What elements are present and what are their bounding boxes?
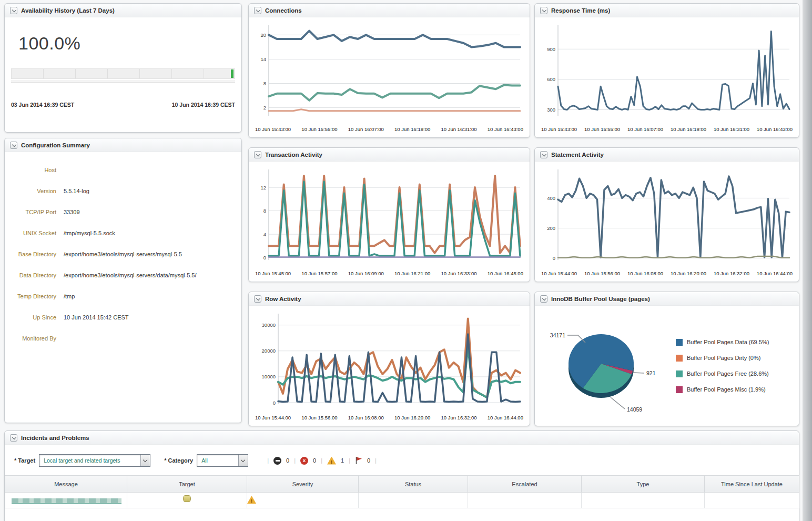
statement-activity-line-chart: 0200400	[540, 167, 794, 263]
collapse-chevron-icon[interactable]	[540, 7, 547, 14]
svg-text:300: 300	[547, 107, 555, 113]
collapse-chevron-icon[interactable]	[10, 434, 17, 442]
x-axis-label: 10 Jun 16:07:00	[627, 126, 663, 132]
column-header-status[interactable]: Status	[359, 476, 468, 493]
x-axis-label: 10 Jun 15:56:00	[584, 270, 620, 276]
config-row: Temp Directory/tmp	[5, 287, 235, 308]
response-time-panel: Response Time (ms) 300600900 10 Jun 15:4…	[534, 3, 799, 138]
x-axis-label: 10 Jun 16:08:00	[627, 270, 663, 276]
panel-title: Availability History (Last 7 Days)	[21, 7, 115, 14]
svg-text:20000: 20000	[262, 348, 276, 354]
legend-item: Buffer Pool Pages Free (28.6%)	[676, 370, 769, 377]
panel-title: Incidents and Problems	[21, 435, 89, 441]
error-circle-icon[interactable]: ×	[300, 457, 308, 465]
svg-text:921: 921	[646, 370, 656, 376]
chevron-down-icon[interactable]	[140, 455, 150, 466]
table-row[interactable]: !	[5, 493, 799, 508]
legend-item: Buffer Pool Pages Misc (1.9%)	[676, 386, 769, 393]
category-select[interactable]: All	[197, 454, 248, 467]
panel-header: Transaction Activity	[249, 148, 530, 162]
svg-text:400: 400	[547, 195, 555, 201]
svg-text:0: 0	[553, 255, 555, 261]
availability-timeline-bar[interactable]	[11, 68, 235, 79]
svg-text:0: 0	[263, 255, 266, 260]
chevron-down-icon[interactable]	[238, 455, 248, 466]
buffer-pool-pie-chart: 3417192114059	[539, 312, 668, 420]
x-axis-label: 10 Jun 16:31:00	[441, 126, 476, 132]
column-header-target[interactable]: Target	[127, 476, 247, 493]
table-header-row: Message Target Severity Status Escalated…	[5, 476, 799, 493]
panel-header: Response Time (ms)	[535, 4, 799, 17]
svg-text:900: 900	[547, 46, 555, 52]
svg-text:12: 12	[260, 185, 266, 191]
svg-text:10000: 10000	[262, 374, 276, 379]
x-axis-labels: 10 Jun 15:43:0010 Jun 15:55:0010 Jun 16:…	[540, 126, 794, 132]
collapse-chevron-icon[interactable]	[254, 151, 261, 158]
incidents-and-problems-panel: Incidents and Problems * Target Local ta…	[4, 430, 799, 521]
column-header-message[interactable]: Message	[5, 476, 127, 493]
x-axis-label: 10 Jun 16:32:00	[714, 270, 749, 276]
counter-value[interactable]: 0	[286, 457, 289, 464]
collapse-chevron-icon[interactable]	[254, 295, 261, 303]
svg-text:200: 200	[547, 225, 555, 231]
minus-circle-icon[interactable]	[273, 457, 281, 465]
column-header-time-since-last-update[interactable]: Time Since Last Update	[705, 476, 799, 493]
column-header-type[interactable]: Type	[582, 476, 705, 493]
svg-text:0: 0	[273, 400, 276, 406]
x-axis-label: 10 Jun 15:55:00	[301, 126, 337, 132]
collapse-chevron-icon[interactable]	[10, 7, 17, 14]
x-axis-label: 10 Jun 16:31:00	[714, 126, 749, 132]
x-axis-label: 10 Jun 16:08:00	[348, 415, 384, 420]
x-axis-labels: 10 Jun 15:44:0010 Jun 15:56:0010 Jun 16:…	[254, 415, 524, 420]
x-axis-label: 10 Jun 16:07:00	[348, 126, 384, 132]
collapse-chevron-icon[interactable]	[254, 7, 261, 14]
x-axis-label: 10 Jun 15:45:00	[255, 270, 291, 276]
panel-title: Statement Activity	[551, 152, 604, 158]
incident-message-link[interactable]	[12, 498, 121, 504]
transaction-activity-panel: Transaction Activity 04812 10 Jun 15:45:…	[248, 147, 530, 282]
column-header-severity[interactable]: Severity	[247, 476, 359, 493]
warning-triangle-icon[interactable]: !	[327, 457, 336, 465]
svg-text:14: 14	[260, 56, 266, 62]
x-axis-label: 10 Jun 16:44:00	[757, 270, 793, 276]
column-header-escalated[interactable]: Escalated	[468, 476, 582, 493]
panel-title: Configuration Summary	[21, 142, 90, 148]
x-axis-label: 10 Jun 15:43:00	[255, 126, 291, 132]
config-row: Up Since10 Jun 2014 15:42 CEST	[5, 308, 235, 329]
severity-counters: | 0 | × 0 | ! 1 | 0 |	[267, 456, 377, 465]
x-axis-label: 10 Jun 15:44:00	[541, 270, 577, 276]
svg-text:30000: 30000	[262, 322, 276, 328]
x-axis-labels: 10 Jun 15:43:0010 Jun 15:55:0010 Jun 16:…	[254, 126, 524, 132]
flag-icon[interactable]	[355, 456, 362, 465]
x-axis-label: 10 Jun 16:21:00	[394, 270, 430, 276]
legend-swatch	[676, 339, 683, 346]
panel-title: Response Time (ms)	[551, 7, 610, 14]
counter-value[interactable]: 0	[313, 457, 316, 464]
pie-legend: Buffer Pool Pages Data (69.5%) Buffer Po…	[676, 339, 769, 393]
svg-text:600: 600	[547, 76, 555, 82]
x-axis-label: 10 Jun 16:20:00	[394, 415, 430, 420]
config-row: Host	[5, 161, 235, 182]
x-axis-label: 10 Jun 16:43:00	[757, 126, 793, 132]
svg-text:8: 8	[263, 208, 266, 214]
panel-title: Row Activity	[265, 296, 301, 302]
target-select[interactable]: Local target and related targets	[39, 454, 150, 467]
collapse-chevron-icon[interactable]	[10, 142, 17, 149]
category-filter-label: * Category	[164, 457, 193, 464]
panel-header: Row Activity	[249, 292, 530, 306]
counter-value[interactable]: 0	[367, 457, 370, 464]
range-start-date: 03 Jun 2014 16:39 CEST	[11, 102, 74, 108]
x-axis-labels: 10 Jun 15:45:0010 Jun 15:57:0010 Jun 16:…	[254, 270, 524, 276]
panel-title: Connections	[265, 7, 302, 14]
svg-text:8: 8	[263, 81, 266, 86]
innodb-buffer-pool-panel: InnoDB Buffer Pool Usage (pages) 3417192…	[534, 292, 799, 426]
collapse-chevron-icon[interactable]	[540, 295, 547, 303]
x-axis-label: 10 Jun 16:44:00	[488, 415, 523, 420]
incidents-table: Message Target Severity Status Escalated…	[5, 475, 799, 508]
config-row: Data Directory/export/home3/etools/mysql…	[5, 266, 235, 287]
collapse-chevron-icon[interactable]	[540, 151, 547, 158]
row-activity-line-chart: 0100002000030000	[254, 311, 524, 407]
x-axis-label: 10 Jun 16:09:00	[348, 270, 384, 276]
config-row: Monitored By	[5, 329, 235, 350]
counter-value[interactable]: 1	[341, 457, 344, 464]
